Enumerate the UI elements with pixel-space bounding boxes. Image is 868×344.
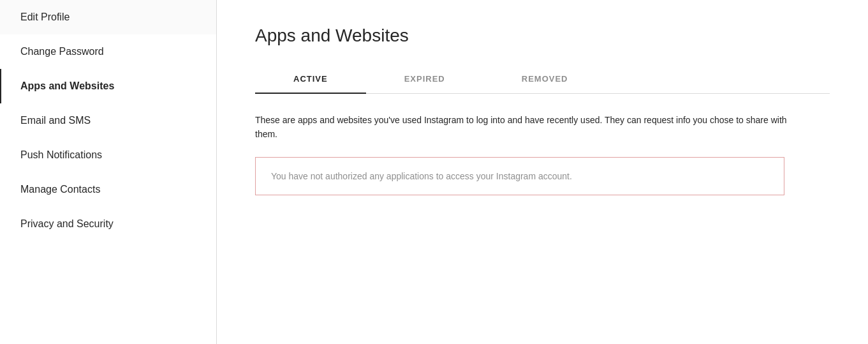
sidebar-item-manage-contacts[interactable]: Manage Contacts <box>0 172 216 207</box>
sidebar-item-label: Apps and Websites <box>20 80 114 92</box>
sidebar-item-edit-profile[interactable]: Edit Profile <box>0 0 216 34</box>
description-text: These are apps and websites you've used … <box>255 113 810 142</box>
tab-expired[interactable]: EXPIRED <box>366 65 483 94</box>
tabs: ACTIVE EXPIRED REMOVED <box>255 65 830 94</box>
sidebar: Edit Profile Change Password Apps and We… <box>0 0 217 344</box>
sidebar-item-push-notifications[interactable]: Push Notifications <box>0 138 216 172</box>
tab-removed[interactable]: REMOVED <box>483 65 607 94</box>
tab-active[interactable]: ACTIVE <box>255 65 366 94</box>
sidebar-item-label: Change Password <box>20 46 104 57</box>
sidebar-item-privacy-and-security[interactable]: Privacy and Security <box>0 207 216 241</box>
sidebar-item-change-password[interactable]: Change Password <box>0 34 216 69</box>
main-content: Apps and Websites ACTIVE EXPIRED REMOVED… <box>217 0 868 344</box>
sidebar-item-label: Privacy and Security <box>20 218 114 230</box>
no-apps-box: You have not authorized any applications… <box>255 157 784 195</box>
sidebar-item-label: Push Notifications <box>20 149 102 161</box>
no-apps-message: You have not authorized any applications… <box>271 171 572 181</box>
sidebar-item-label: Manage Contacts <box>20 184 100 195</box>
sidebar-item-apps-and-websites[interactable]: Apps and Websites <box>0 69 216 103</box>
page-title: Apps and Websites <box>255 26 830 46</box>
sidebar-item-label: Edit Profile <box>20 11 70 23</box>
sidebar-item-email-and-sms[interactable]: Email and SMS <box>0 103 216 138</box>
sidebar-item-label: Email and SMS <box>20 115 91 126</box>
